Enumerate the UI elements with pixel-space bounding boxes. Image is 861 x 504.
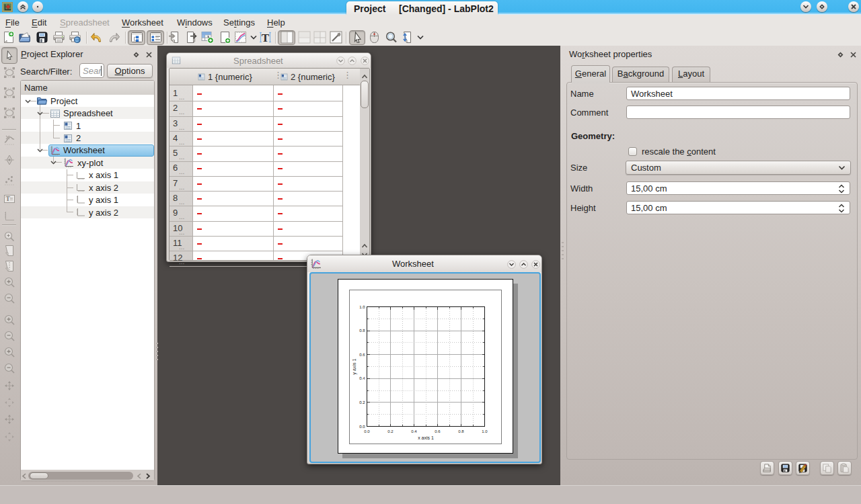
svg-text:1.0: 1.0 bbox=[359, 305, 365, 310]
svg-text:0.4: 0.4 bbox=[411, 429, 417, 433]
svg-text:0.2: 0.2 bbox=[387, 429, 394, 433]
svg-text:y axis 1: y axis 1 bbox=[352, 359, 357, 375]
svg-text:0.6: 0.6 bbox=[359, 353, 365, 358]
svg-text:1.0: 1.0 bbox=[482, 429, 488, 433]
svg-text:T: T bbox=[6, 196, 11, 202]
svg-text:T: T bbox=[262, 32, 270, 44]
svg-text:0.8: 0.8 bbox=[359, 329, 365, 333]
svg-text:0.0: 0.0 bbox=[359, 425, 365, 429]
svg-text:x axis 1: x axis 1 bbox=[418, 435, 434, 440]
svg-text:0.8: 0.8 bbox=[458, 429, 464, 433]
svg-text:0.2: 0.2 bbox=[359, 401, 365, 405]
svg-text:0.4: 0.4 bbox=[359, 376, 365, 381]
svg-text:0.0: 0.0 bbox=[364, 429, 370, 433]
svg-text:0.6: 0.6 bbox=[435, 429, 441, 433]
